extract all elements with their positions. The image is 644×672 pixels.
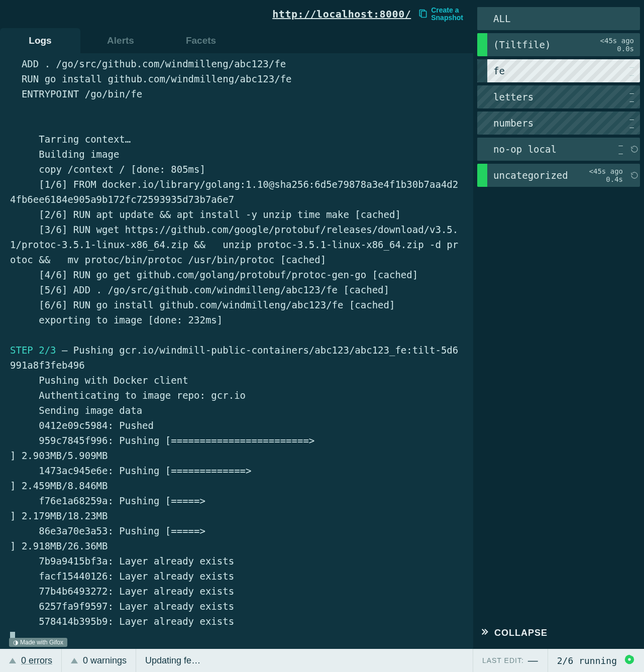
collapse-label: COLLAPSE	[494, 628, 548, 638]
log-line: [3/6] RUN wget https://github.com/google…	[10, 222, 463, 267]
log-line: exporting to image [done: 232ms]	[10, 312, 463, 327]
log-line: RUN go install github.com/windmilleng/ab…	[10, 71, 463, 86]
log-line: 6257fa9f9597: Layer already exists	[10, 599, 463, 614]
log-line	[10, 327, 463, 343]
svg-rect-1	[421, 11, 426, 18]
snapshot-label-1: Create a	[431, 6, 459, 14]
log-line	[10, 117, 463, 132]
resource-meta: <45s ago0.4s	[589, 167, 623, 183]
log-line: 0412e09c5984: Pushed	[10, 418, 463, 433]
refresh-icon[interactable]	[629, 145, 640, 153]
resource-name: letters	[493, 91, 533, 102]
resource-sidebar: ALL(Tiltfile)<45s ago0.0sfe——letters——nu…	[473, 0, 644, 649]
resource-name: uncategorized	[493, 170, 568, 181]
log-line: 7b9a9415bf3a: Layer already exists	[10, 553, 463, 569]
resource-row--tiltfile-[interactable]: (Tiltfile)<45s ago0.0s	[477, 33, 640, 56]
log-line: [6/6] RUN go install github.com/windmill…	[10, 297, 463, 312]
status-bar-indicator	[477, 7, 487, 30]
log-line	[10, 101, 463, 117]
svg-point-3	[628, 658, 631, 661]
status-bar-indicator	[477, 164, 487, 187]
resource-row-letters[interactable]: letters——	[477, 85, 640, 108]
endpoint-url[interactable]: http://localhost:8000/	[272, 8, 411, 20]
log-line: [4/6] RUN go get github.com/golang/proto…	[10, 267, 463, 282]
resource-name: (Tiltfile)	[493, 39, 551, 50]
resource-row-uncategorized[interactable]: uncategorized<45s ago0.4s	[477, 164, 640, 187]
step-label: STEP 2/3	[10, 345, 56, 356]
log-line: f76e1a68259a: Pushing [=====> ] 2.179MB/…	[10, 493, 463, 523]
log-line: [2/6] RUN apt update && apt install -y u…	[10, 207, 463, 222]
status-bar-indicator	[477, 85, 487, 108]
log-line: Tarring context…	[10, 132, 463, 147]
running-status-icon	[624, 654, 635, 667]
resource-row-all[interactable]: ALL	[477, 7, 640, 30]
log-line: [5/6] ADD . /go/src/github.com/windmille…	[10, 282, 463, 297]
resource-meta: <45s ago0.0s	[600, 37, 634, 53]
status-bar-indicator	[477, 33, 487, 56]
tab-logs[interactable]: Logs	[0, 28, 80, 53]
resource-meta: ——	[630, 115, 634, 131]
resource-meta: ——	[630, 63, 634, 79]
resource-meta: ——	[619, 141, 623, 157]
log-line: facf15440126: Layer already exists	[10, 569, 463, 584]
status-bar-indicator	[477, 111, 487, 135]
log-line: Pushing with Docker client	[10, 373, 463, 388]
error-triangle-icon	[9, 658, 16, 663]
resource-name: fe	[493, 65, 505, 76]
tab-alerts[interactable]: Alerts	[80, 28, 161, 53]
resource-name: no-op local	[493, 144, 557, 155]
resource-row-fe[interactable]: fe——	[477, 59, 640, 82]
log-line: ADD . /go/src/github.com/windmilleng/abc…	[10, 56, 463, 71]
log-line: ENTRYPOINT /go/bin/fe	[10, 86, 463, 101]
collapse-button[interactable]: COLLAPSE	[477, 618, 640, 649]
tab-bar: Logs Alerts Facets	[0, 28, 473, 53]
status-updating: Updating fe…	[136, 649, 473, 672]
log-line: Building image	[10, 147, 463, 162]
warning-triangle-icon	[71, 658, 78, 663]
log-line: 959c7845f996: Pushing [=================…	[10, 433, 463, 463]
snapshot-icon	[418, 9, 428, 20]
status-errors[interactable]: 0 errors	[0, 649, 62, 672]
chevron-right-double-icon	[480, 627, 489, 639]
gifox-watermark: ◑ Made with Gifox	[9, 638, 67, 647]
log-line: STEP 2/3 — Pushing gcr.io/windmill-publi…	[10, 343, 463, 373]
resource-name: ALL	[493, 13, 510, 24]
tab-facets[interactable]: Facets	[161, 28, 241, 53]
status-warnings[interactable]: 0 warnings	[62, 649, 136, 672]
resource-row-no-op-local[interactable]: no-op local——	[477, 138, 640, 161]
status-bar: 0 errors 0 warnings Updating fe… LAST ED…	[0, 649, 644, 672]
refresh-icon[interactable]	[629, 171, 640, 179]
resource-meta: ——	[630, 89, 634, 105]
log-line: Authenticating to image repo: gcr.io	[10, 388, 463, 403]
status-bar-indicator	[477, 59, 487, 82]
log-line: 86e3a70e3a53: Pushing [=====> ] 2.918MB/…	[10, 523, 463, 553]
gifox-icon: ◑	[13, 639, 18, 646]
log-line: [1/6] FROM docker.io/library/golang:1.10…	[10, 177, 463, 207]
resource-name: numbers	[493, 118, 533, 129]
resource-row-numbers[interactable]: numbers——	[477, 111, 640, 135]
log-line: 77b4b6493272: Layer already exists	[10, 584, 463, 599]
log-line: 578414b395b9: Layer already exists	[10, 614, 463, 629]
log-output[interactable]: ADD . /go/src/github.com/windmilleng/abc…	[0, 53, 473, 649]
log-line: Sending image data	[10, 403, 463, 418]
status-bar-indicator	[477, 138, 487, 161]
log-line: copy /context / [done: 805ms]	[10, 162, 463, 177]
log-line: 1473ac945e6e: Pushing [=============> ] …	[10, 463, 463, 493]
status-last-edit: LAST EDIT: —	[473, 649, 548, 672]
status-running: 2/6 running	[548, 649, 644, 672]
create-snapshot-button[interactable]: Create a Snapshot	[418, 7, 463, 22]
snapshot-label-2: Snapshot	[431, 14, 463, 22]
